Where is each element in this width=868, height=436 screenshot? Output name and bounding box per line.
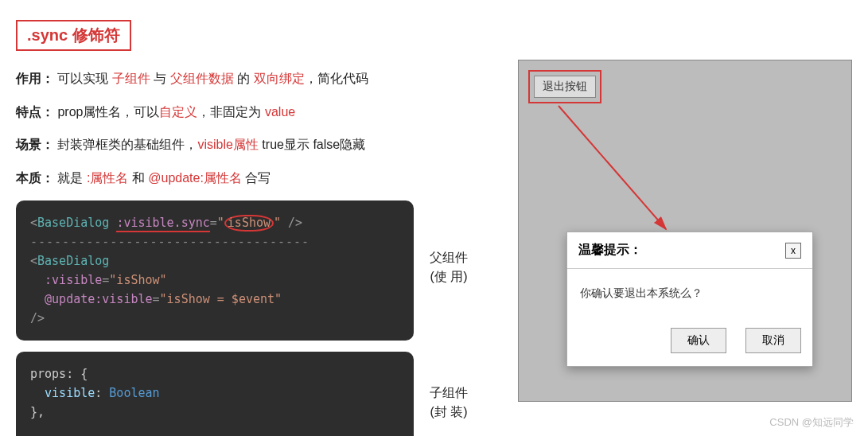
line-scene: 场景： 封装弹框类的基础组件，visible属性 true显示 false隐藏 — [16, 134, 493, 155]
line-purpose: 作用： 可以实现 子组件 与 父组件数据 的 双向绑定，简化代码 — [16, 68, 493, 89]
title-text: .sync 修饰符 — [27, 26, 120, 44]
label-trait: 特点： — [16, 105, 54, 119]
exit-button-highlight: 退出按钮 — [528, 70, 601, 103]
close-icon[interactable]: x — [785, 243, 801, 259]
confirm-dialog: 温馨提示： x 你确认要退出本系统么？ 确认 取消 — [566, 232, 813, 367]
label-essence: 本质： — [16, 171, 54, 185]
page-title: .sync 修饰符 — [16, 20, 131, 51]
code-child-wrap: props: { visible: Boolean }, this.$emit(… — [16, 352, 414, 436]
label-scene: 场景： — [16, 138, 54, 151]
cancel-button[interactable]: 取消 — [745, 328, 801, 353]
svg-line-0 — [559, 106, 666, 229]
label-purpose: 作用： — [16, 72, 54, 85]
code-parent-usage: <BaseDialog :visible.sync="isShow" /> --… — [16, 200, 414, 341]
confirm-button[interactable]: 确认 — [671, 328, 726, 353]
watermark: CSDN @知远同学 — [769, 415, 854, 430]
exit-button[interactable]: 退出按钮 — [534, 76, 596, 98]
annotation-parent: 父组件 (使 用) — [430, 248, 468, 286]
dialog-body: 你确认要退出本系统么？ — [567, 269, 812, 318]
demo-panel: 退出按钮 温馨提示： x 你确认要退出本系统么？ 确认 取消 — [518, 60, 852, 402]
dialog-title: 温馨提示： — [578, 242, 642, 259]
annotation-child: 子组件 (封 装) — [430, 383, 468, 422]
line-essence: 本质： 就是 :属性名 和 @update:属性名 合写 — [16, 168, 493, 189]
dialog-header: 温馨提示： x — [567, 232, 812, 269]
line-trait: 特点： prop属性名，可以自定义，非固定为 value — [16, 102, 493, 123]
dialog-footer: 确认 取消 — [567, 318, 812, 366]
arrow-icon — [555, 102, 714, 245]
